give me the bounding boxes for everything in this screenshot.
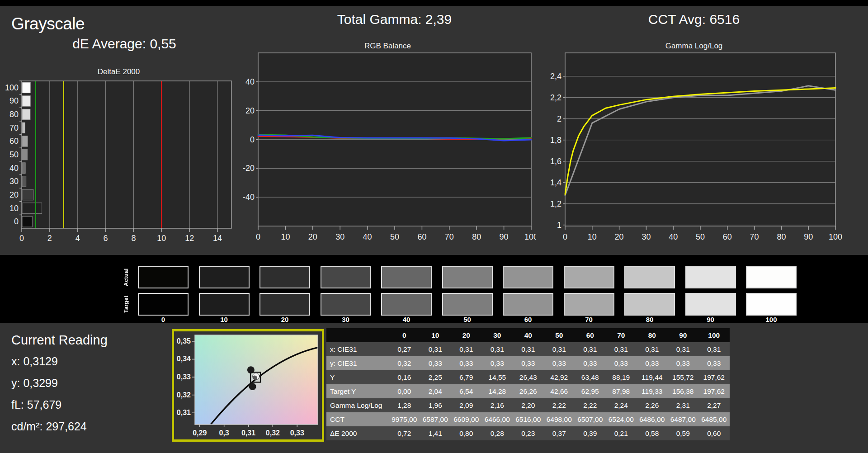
svg-text:0,33: 0,33	[177, 373, 191, 381]
swatch-target-70	[564, 293, 614, 316]
swatch-actual-0	[138, 266, 189, 288]
svg-text:70: 70	[9, 123, 19, 132]
swatch-target-90	[685, 293, 736, 316]
svg-text:70: 70	[750, 232, 759, 241]
svg-text:2: 2	[557, 114, 561, 123]
swatch-target-60	[503, 293, 553, 316]
svg-text:90: 90	[9, 96, 19, 105]
table-cell: 0,33	[513, 356, 544, 370]
table-cell: 2,25	[420, 370, 451, 384]
svg-text:2,4: 2,4	[550, 72, 561, 81]
table-cell: 6486,00	[637, 412, 668, 426]
svg-text:80: 80	[777, 232, 786, 241]
swatch-target-30	[321, 293, 371, 316]
svg-text:2,2: 2,2	[550, 93, 561, 102]
table-cell: 0,33	[451, 356, 482, 370]
swatch-level-label: 50	[437, 316, 498, 323]
svg-text:0,34: 0,34	[177, 355, 191, 363]
table-col-header: 20	[451, 328, 482, 342]
table-col-header: 80	[637, 328, 668, 342]
table-cell: 119,33	[637, 384, 668, 398]
swatch-actual-50	[442, 266, 493, 288]
swatch-target-80	[624, 293, 675, 316]
swatch-level-label: 0	[133, 316, 193, 323]
table-cell: 6609,00	[451, 412, 482, 426]
swatch-level-label: 60	[498, 316, 558, 323]
table-cell: 2,31	[668, 398, 699, 412]
table-row-label: Y	[326, 370, 389, 384]
table-row-label: CCT	[326, 412, 389, 426]
swatch-level-label: 80	[619, 316, 680, 323]
swatch-actual-10	[199, 266, 250, 288]
svg-text:10: 10	[588, 232, 597, 241]
table-cell: 0,31	[544, 342, 575, 356]
svg-text:0,3: 0,3	[219, 429, 229, 437]
swatch-actual-90	[685, 266, 736, 288]
table-cell: 0,23	[513, 426, 544, 440]
table-cell: 0,33	[606, 356, 637, 370]
swatch-target-10	[199, 293, 250, 316]
table-cell: 62,95	[575, 384, 606, 398]
table-cell: 0,72	[389, 426, 420, 440]
table-cell: 0,27	[389, 342, 420, 356]
svg-text:90: 90	[500, 232, 509, 241]
table-cell: 6466,00	[482, 412, 513, 426]
svg-text:20: 20	[308, 232, 317, 241]
svg-text:50: 50	[9, 150, 19, 159]
swatch-target-40	[381, 293, 432, 316]
table-col-header: 10	[420, 328, 451, 342]
gamma-loglog-chart: 11,21,41,61,822,22,401020304050607080901…	[545, 50, 843, 244]
table-cell: 0,37	[544, 426, 575, 440]
table-cell: 14,28	[482, 384, 513, 398]
measurement-table: 0102030405060708090100x: CIE310,270,310,…	[326, 328, 730, 440]
svg-text:50: 50	[390, 232, 399, 241]
de-average-value: dE Average: 0,55	[18, 36, 231, 52]
table-col-header: 40	[513, 328, 544, 342]
current-reading-title: Current Reading	[11, 333, 108, 348]
table-cell: 2,22	[544, 398, 575, 412]
table-cell: 0,31	[513, 342, 544, 356]
table-cell: 2,04	[420, 384, 451, 398]
svg-text:1,4: 1,4	[550, 178, 561, 187]
swatch-level-label: 20	[255, 316, 315, 323]
table-col-header: 60	[575, 328, 606, 342]
table-cell: 0,31	[637, 342, 668, 356]
svg-text:0,31: 0,31	[241, 429, 255, 437]
table-cell: 0,32	[389, 356, 420, 370]
svg-text:4: 4	[75, 234, 80, 243]
svg-text:30: 30	[642, 232, 651, 241]
calibration-report: Grayscale dE Average: 0,55 DeltaE 2000 1…	[0, 0, 868, 453]
swatch-row-label-actual: Actual	[123, 266, 129, 288]
svg-text:1,6: 1,6	[550, 157, 561, 166]
table-cell: 6,79	[451, 370, 482, 384]
rgb-balance-chart-title: RGB Balance	[240, 42, 536, 51]
table-cell: 63,48	[575, 370, 606, 384]
table-cell: 119,44	[637, 370, 668, 384]
total-gamma-value: Total Gamma: 2,39	[253, 12, 536, 27]
swatch-actual-20	[259, 266, 310, 288]
svg-text:1,2: 1,2	[550, 199, 561, 208]
svg-text:100: 100	[829, 232, 842, 241]
swatch-row-label-target: Target	[123, 293, 129, 316]
svg-text:20: 20	[245, 106, 255, 115]
table-col-header: 100	[698, 328, 730, 342]
table-cell: 197,62	[698, 370, 730, 384]
cie-diagram-frame: 0,290,30,310,320,330,350,340,330,320,31	[172, 329, 324, 442]
table-cell: 0,21	[606, 426, 637, 440]
svg-text:40: 40	[363, 232, 372, 241]
table-cell: 2,27	[698, 398, 730, 412]
table-cell: 156,38	[668, 384, 699, 398]
table-cell: 0,16	[389, 370, 420, 384]
swatch-level-label: 10	[194, 316, 255, 323]
rgb-balance-chart: -40-20020400102030405060708090100	[240, 50, 536, 244]
svg-text:0: 0	[19, 234, 24, 243]
swatch-level-label: 100	[741, 316, 802, 323]
reading-x: x: 0,3129	[11, 355, 58, 368]
table-cell: 0,33	[637, 356, 668, 370]
table-cell: 0,31	[482, 342, 513, 356]
table-cell: 14,55	[482, 370, 513, 384]
svg-text:1: 1	[557, 221, 561, 230]
swatch-actual-80	[624, 266, 675, 288]
table-cell: 0,31	[698, 342, 730, 356]
table-row-label: x: CIE31	[326, 342, 389, 356]
